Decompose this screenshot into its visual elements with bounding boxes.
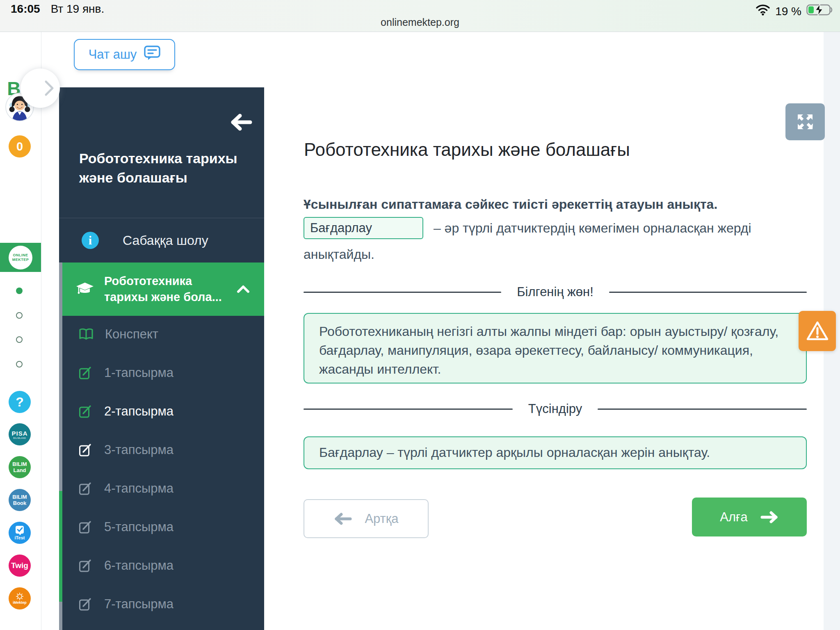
divider-line	[304, 292, 501, 293]
divider-line	[304, 409, 513, 410]
status-right: 19 %	[756, 3, 833, 19]
bilimbook-app-icon[interactable]: BILIMBook	[9, 489, 31, 511]
arrow-left-icon	[333, 513, 352, 525]
lesson-sidebar: Робототехника тарихы және болашағы i Саб…	[59, 87, 264, 630]
sidebar-item-konspekt[interactable]: Конспект	[62, 315, 264, 354]
help-button[interactable]: ?	[9, 391, 31, 413]
know-divider: Білгенің жөн!	[304, 285, 807, 299]
sidebar-item-task-6[interactable]: 6-тапсырма	[62, 546, 264, 585]
next-button[interactable]: Алға	[692, 498, 807, 536]
edit-icon	[79, 520, 93, 534]
chat-icon	[144, 46, 160, 64]
left-rail: BL 0 ONLINE MEKTEP ? P	[0, 32, 41, 630]
sidebar-item-task-2[interactable]: 2-тапсырма	[62, 392, 264, 431]
edit-icon	[79, 482, 93, 495]
clock: 16:05	[11, 2, 40, 16]
online-mektep-logo: ONLINE MEKTEP	[9, 246, 32, 269]
sidebar-item-task-5[interactable]: 5-тапсырма	[62, 508, 264, 546]
chevron-right-icon	[43, 79, 55, 97]
pisa-app-icon[interactable]: PISA BILIMLAND	[9, 423, 31, 445]
report-problem-button[interactable]	[799, 311, 836, 351]
progress-dot[interactable]	[16, 312, 23, 319]
twig-app-icon[interactable]: Twig	[9, 555, 31, 577]
browser-url[interactable]: onlinemektep.org	[0, 16, 840, 28]
edit-icon	[79, 559, 93, 573]
notification-badge[interactable]: 0	[9, 135, 31, 158]
sidebar-scrollbar-thumb[interactable]	[59, 491, 62, 602]
back-button[interactable]: Артқа	[304, 499, 429, 538]
page-title: Робототехника тарихы және болашағы	[304, 139, 630, 160]
edit-icon	[79, 366, 93, 380]
explain-divider-label: Түсіндіру	[528, 402, 582, 416]
online-mektep-item[interactable]: ONLINE MEKTEP	[0, 243, 41, 272]
date: Вт 19 янв.	[51, 2, 105, 16]
sidebar-item-task-7[interactable]: 7-тапсырма	[62, 585, 264, 623]
divider-line	[598, 409, 807, 410]
sidebar-scrollbar-track[interactable]	[59, 262, 62, 630]
sidebar-item-task-4[interactable]: 4-тапсырма	[62, 469, 264, 508]
sidebar-section-active[interactable]: Робототехника тарихы және бола...	[62, 262, 264, 316]
chat-button-label: Чат ашу	[89, 47, 137, 62]
back-button-label: Артқа	[365, 511, 398, 526]
chevron-up-icon	[236, 285, 250, 294]
progress-dot[interactable]	[16, 336, 23, 343]
info-box: Робототехниканың негізгі алты жалпы мінд…	[304, 313, 807, 383]
imektep-app-icon[interactable]: iMektep	[9, 587, 31, 609]
open-chat-button[interactable]: Чат ашу	[74, 39, 175, 70]
sidebar-item-task-1[interactable]: 1-тапсырма	[62, 354, 264, 392]
edit-icon	[79, 404, 93, 418]
battery-percent: 19 %	[775, 5, 801, 18]
info-icon: i	[82, 232, 99, 249]
book-icon	[79, 328, 94, 340]
overview-label: Сабаққа шолу	[123, 233, 208, 248]
warning-icon	[806, 320, 829, 342]
graduation-cap-icon	[75, 282, 94, 297]
top-bar: 16:05 Вт 19 янв. onlinemektep.org 19 %	[0, 0, 840, 32]
divider-line	[609, 292, 807, 293]
progress-dot-active[interactable]	[16, 288, 23, 294]
screen: 16:05 Вт 19 янв. onlinemektep.org 19 % B…	[0, 0, 840, 630]
answer-input[interactable]	[304, 217, 423, 239]
progress-dot[interactable]	[16, 361, 23, 368]
edit-icon	[79, 597, 93, 611]
know-divider-label: Білгенің жөн!	[517, 285, 593, 299]
itest-app-icon[interactable]: iTest	[9, 522, 31, 544]
expand-icon	[796, 113, 814, 131]
back-arrow-button[interactable]	[229, 113, 253, 132]
task-list: Конспект 1-тапсырма 2-тапсырма	[62, 315, 264, 623]
lesson-title: Робототехника тарихы және болашағы	[79, 149, 256, 187]
wifi-icon	[756, 4, 770, 18]
battery-charging-icon	[806, 3, 833, 19]
arrow-right-icon	[760, 511, 779, 523]
next-button-label: Алға	[720, 510, 747, 525]
sidebar-item-task-3[interactable]: 3-тапсырма	[62, 431, 264, 469]
question-text: Ұсынылған сипаттамаға сәйкес тиісті әрек…	[304, 197, 796, 212]
bilimland-app-icon[interactable]: BILIMLand	[9, 456, 31, 478]
active-section-label: Робототехника тарихы және бола...	[104, 273, 222, 305]
explanation-box: Бағдарлау – түрлі датчиктер арқылы орнал…	[304, 436, 807, 469]
edit-icon	[79, 443, 93, 457]
rail-expand-handle[interactable]	[21, 68, 60, 108]
status-left: 16:05 Вт 19 янв.	[11, 2, 104, 16]
answer-line: – әр түрлі датчиктердің көмегімен орнала…	[304, 215, 788, 267]
fullscreen-button[interactable]	[785, 103, 825, 140]
sidebar-item-overview[interactable]: i Сабаққа шолу	[59, 218, 264, 262]
back-arrow-icon	[229, 113, 253, 132]
explain-divider: Түсіндіру	[304, 402, 807, 416]
